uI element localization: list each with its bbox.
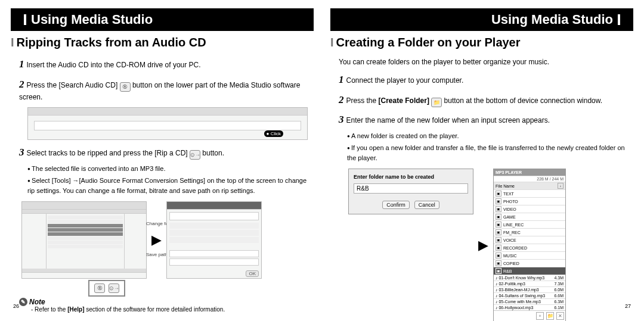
arrow-icon: ▶ bbox=[151, 232, 162, 248]
step-3: 3Select tracks to be ripped and press th… bbox=[19, 145, 306, 160]
device-footer: + 📁 ✕ bbox=[494, 310, 565, 321]
screenshot-search-bar: ● Click bbox=[27, 107, 308, 140]
folder-icon: ▣ bbox=[496, 206, 501, 212]
left-heading: IRipping Tracks from an Audio CD bbox=[11, 36, 314, 49]
rip-cd-icon: ⊙→ bbox=[190, 150, 200, 160]
folder-icon: ▣ bbox=[496, 260, 501, 266]
delete-button[interactable]: ✕ bbox=[556, 312, 564, 320]
device-folder[interactable]: ▣FM_REC bbox=[494, 228, 565, 236]
folder-name-input[interactable]: R&B bbox=[354, 183, 468, 194]
page-number-right: 27 bbox=[625, 303, 631, 309]
device-head: MP3 PLAYER bbox=[494, 169, 565, 176]
device-file[interactable]: ♪ 02-Politik.mp37.3M bbox=[494, 281, 565, 286]
intro-text: You can create folders on the player to … bbox=[339, 57, 626, 67]
device-folder[interactable]: ▣VOICE bbox=[494, 236, 565, 244]
band-title: Using Media Studio bbox=[491, 12, 613, 27]
folder-icon: ▣ bbox=[496, 214, 501, 220]
toolbox-zoom: ⦿ ⊙→ bbox=[88, 280, 314, 297]
step-r1: 1Connect the player to your computer. bbox=[339, 72, 626, 88]
device-file[interactable]: ♪ 05-Come with Me.mp36.3M bbox=[494, 298, 565, 304]
left-page: Using Media Studio IRipping Tracks from … bbox=[11, 8, 314, 313]
accent-bar bbox=[618, 14, 620, 25]
create-folder-icon: 📁 bbox=[431, 98, 442, 107]
device-file[interactable]: ♪ 06-Hollywood.mp36.1M bbox=[494, 304, 565, 310]
bullet-r2: If you open a new folder and transfer a … bbox=[347, 143, 633, 163]
rip-cd-icon-2: ⊙→ bbox=[109, 283, 119, 293]
device-panel: MP3 PLAYER 228 M / 244 M File Name↓ ▣TEX… bbox=[493, 169, 566, 321]
device-file[interactable]: ♪ 04-Sultans of Swing.mp36.6M bbox=[494, 292, 565, 298]
figure-row-right: Enter folder name to be created R&B Conf… bbox=[348, 169, 633, 321]
note-icon: ✎ bbox=[19, 298, 27, 306]
device-folder[interactable]: ▣VIDEO bbox=[494, 205, 565, 213]
note-text-left: - Refer to the [Help] section of the sof… bbox=[31, 306, 314, 313]
confirm-button[interactable]: Confirm bbox=[382, 201, 410, 209]
bullet-l1: The selected file is converted into an M… bbox=[27, 164, 314, 174]
folder-icon: ▣ bbox=[496, 245, 501, 251]
folder-icon: ▣ bbox=[496, 222, 501, 227]
create-folder-button[interactable]: 📁 bbox=[546, 312, 554, 320]
device-folder[interactable]: ▣MUSIC bbox=[494, 251, 565, 259]
folder-icon: ▣ bbox=[496, 268, 501, 274]
screenshot-settings: OK bbox=[166, 201, 262, 279]
right-page: Using Media Studio ICreating a Folder on… bbox=[330, 8, 633, 313]
arrow-icon: ▶ bbox=[478, 238, 488, 253]
device-folder[interactable]: ▣LINE_REC bbox=[494, 220, 565, 228]
note-badge-left: ✎ Note bbox=[19, 298, 314, 306]
bullet-r1: A new folder is created on the player. bbox=[347, 131, 633, 141]
cancel-button[interactable]: Cancel bbox=[414, 201, 439, 209]
folder-icon: ▣ bbox=[496, 229, 501, 235]
step-r3: 3Enter the name of the new folder when a… bbox=[339, 112, 626, 127]
device-folder[interactable]: ▣RECORDED bbox=[494, 244, 565, 251]
device-folder[interactable]: ▣GAME bbox=[494, 213, 565, 220]
right-heading: ICreating a Folder on your Player bbox=[330, 36, 633, 49]
folder-icon: ▣ bbox=[496, 191, 501, 197]
accent-bar bbox=[24, 14, 26, 25]
folder-icon: ▣ bbox=[496, 253, 501, 258]
add-folder-button[interactable]: + bbox=[536, 312, 544, 320]
step-2: 2Press the [Search Audio CD] ⦿ button on… bbox=[19, 77, 306, 103]
left-title-band: Using Media Studio bbox=[11, 8, 314, 31]
create-folder-dialog: Enter folder name to be created R&B Conf… bbox=[348, 169, 473, 214]
device-file[interactable]: ♪ 03-BillieJean-MJ.mp36.0M bbox=[494, 286, 565, 292]
device-file[interactable]: ♪ 01-Don't Know Why.mp34.3M bbox=[494, 275, 565, 281]
page-number-left: 26 bbox=[13, 303, 19, 309]
figure-row-left: ▶ Change format Save path OK bbox=[21, 201, 314, 279]
click-tag: ● Click bbox=[264, 130, 283, 137]
selected-folder[interactable]: ▣R&B bbox=[494, 267, 565, 275]
search-cd-icon-2: ⦿ bbox=[94, 283, 105, 293]
device-folder[interactable]: ▣TEXT bbox=[494, 189, 565, 197]
step-r2: 2Press the [Create Folder] 📁 button at t… bbox=[339, 92, 626, 108]
label-save-path: Save path bbox=[146, 253, 168, 258]
bullet-l2: Select [Tools] →[Audio Source Format Con… bbox=[27, 176, 314, 195]
device-folder[interactable]: ▣PHOTO bbox=[494, 197, 565, 205]
device-folder[interactable]: ▣COPIED bbox=[494, 259, 565, 267]
screenshot-media-studio bbox=[21, 201, 147, 279]
folder-icon: ▣ bbox=[496, 237, 501, 243]
search-cd-icon: ⦿ bbox=[120, 82, 131, 92]
right-title-band: Using Media Studio bbox=[330, 8, 633, 31]
folder-icon: ▣ bbox=[496, 198, 501, 204]
band-title: Using Media Studio bbox=[31, 12, 153, 27]
dialog-title: Enter folder name to be created bbox=[354, 174, 468, 180]
sort-icon: ↓ bbox=[558, 183, 564, 189]
step-1: 1Insert the Audio CD into the CD-ROM dri… bbox=[19, 57, 306, 72]
